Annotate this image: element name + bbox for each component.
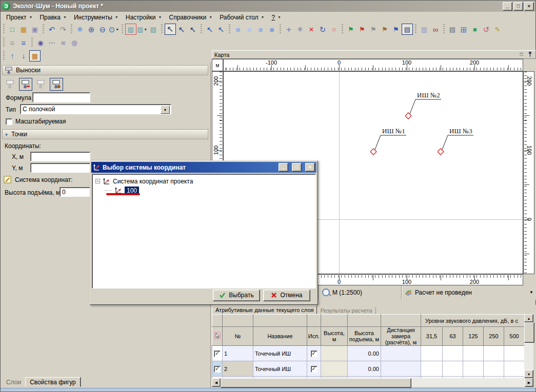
toolbar-grip[interactable]	[443, 24, 445, 34]
used-checkbox-checked[interactable]	[311, 366, 317, 373]
edit-coordinate-system-icon[interactable]	[4, 176, 12, 184]
select-button[interactable]: Выбрать	[213, 290, 260, 301]
row-checkbox-checked[interactable]	[214, 350, 221, 357]
spl-cell[interactable]	[484, 346, 504, 361]
toolbar-grip[interactable]	[122, 24, 123, 34]
callout-remove-icon[interactable]: ⚑	[356, 24, 368, 35]
search-objects-icon[interactable]: ∞	[430, 24, 441, 35]
pointer-add-icon[interactable]: ↖	[176, 24, 187, 35]
callout-props-button[interactable]	[34, 78, 48, 91]
delete-figure-icon[interactable]: ×	[306, 24, 317, 35]
distance-cell[interactable]	[381, 346, 421, 361]
layers-icon[interactable]: ≡	[18, 37, 29, 48]
calc-status-dropdown[interactable]: Расчет не проведен ▼	[402, 285, 536, 299]
noise-area-icon[interactable]: ◎	[69, 37, 80, 48]
num-cell[interactable]: 1	[223, 346, 253, 361]
callout-move-icon[interactable]: ⚑	[390, 24, 402, 35]
select-new-icon[interactable]: ▧	[125, 24, 136, 35]
used-cell[interactable]	[307, 361, 321, 377]
toolbar-grip[interactable]	[280, 24, 281, 34]
grid-settings-icon[interactable]: ⊞	[458, 24, 469, 35]
panel-down-icon[interactable]: ↓	[18, 50, 29, 61]
lift-cell[interactable]: 0.00	[348, 361, 381, 377]
callout-remove-button[interactable]	[19, 78, 32, 91]
combo-dropdown-button[interactable]: ▼	[161, 106, 170, 114]
callouts-section-header[interactable]: Выноски	[2, 65, 208, 75]
spl-cell[interactable]	[421, 361, 443, 377]
col-num[interactable]: №	[223, 327, 253, 346]
pointer-copy-icon[interactable]: ↖	[204, 24, 215, 35]
row-selector-header[interactable]	[212, 327, 223, 346]
layers-new-icon[interactable]: ≡	[7, 37, 18, 48]
menu-workspace[interactable]: Рабочий стол▼	[216, 13, 268, 22]
shape-exclude-icon[interactable]: ■	[266, 24, 277, 35]
col-250[interactable]: 250	[484, 327, 504, 346]
toolbar-grip[interactable]	[229, 24, 230, 34]
spl-cell[interactable]	[484, 361, 504, 377]
col-125[interactable]: 125	[463, 327, 484, 346]
y-input[interactable]	[30, 163, 90, 173]
col-distance[interactable]: Дистанция замера (расчёта), м	[381, 327, 421, 346]
noise-wave-icon[interactable]: ≈	[57, 37, 69, 48]
spl-cell[interactable]	[443, 361, 463, 377]
scalable-checkbox[interactable]	[6, 118, 12, 125]
tab-attribute-data[interactable]: Атрибутивные данные текущего слоя	[212, 305, 317, 314]
lift-height-input[interactable]: 0	[59, 187, 90, 197]
panel-current-icon[interactable]: ▦	[29, 50, 41, 61]
restore-panel-icon[interactable]: □	[518, 52, 525, 58]
toolbar-grip[interactable]	[71, 24, 72, 34]
measure-ruler-icon[interactable]: ▤	[402, 24, 413, 35]
shape-subtract-icon[interactable]: ■	[244, 24, 255, 35]
noise-segment-icon[interactable]: ⋯	[46, 37, 57, 48]
spl-cell[interactable]	[463, 346, 484, 361]
toolbar-grip[interactable]	[342, 24, 343, 34]
distance-cell[interactable]	[381, 361, 421, 377]
num-cell[interactable]: 2	[223, 361, 253, 377]
minimize-button[interactable]: _	[503, 2, 512, 11]
col-used[interactable]: Исп.	[307, 327, 321, 346]
scroll-left-icon[interactable]: ◀	[212, 378, 221, 387]
col-lift[interactable]: Высота подъема, м	[348, 327, 381, 346]
row-select-cell[interactable]	[212, 361, 223, 377]
menu-help[interactable]: ?▼	[268, 13, 285, 22]
dialog-close-button[interactable]: ×	[305, 163, 315, 172]
tree-root-node[interactable]: − Система координат проекта	[95, 177, 193, 185]
type-combobox[interactable]: С полочкой ▼	[20, 104, 171, 114]
pointer-icon[interactable]: ↖	[165, 24, 176, 35]
panel-up-icon[interactable]: ↑	[7, 50, 18, 61]
dialog-minimize-button[interactable]: _	[279, 163, 288, 172]
scroll-up-icon[interactable]: ▲	[524, 314, 533, 322]
redo-icon[interactable]: ↷	[57, 24, 69, 35]
shape-union-icon[interactable]: ■	[232, 24, 244, 35]
x-input[interactable]	[30, 152, 90, 161]
select-apply-icon[interactable]: ▧▼	[136, 24, 148, 35]
callout-color-button[interactable]	[50, 78, 63, 91]
noise-source-point-2[interactable]: ИШ №2	[405, 91, 472, 120]
callout-add-button[interactable]	[4, 78, 17, 91]
tab-calc-results[interactable]: Результаты расчета	[317, 307, 375, 314]
menu-project[interactable]: Проект▼	[3, 13, 36, 22]
dialog-maximize-button[interactable]: □	[292, 163, 302, 172]
pointer-move-icon[interactable]: ↖	[215, 24, 227, 35]
select-pointer-icon[interactable]: ▧	[148, 24, 159, 35]
maximize-button[interactable]: □	[513, 2, 523, 11]
spl-cell[interactable]	[421, 346, 443, 361]
toolbar-grip[interactable]	[161, 24, 163, 34]
copy-attributes-icon[interactable]: ▥	[419, 24, 430, 35]
pan-icon[interactable]: ✱	[74, 24, 86, 35]
menu-references[interactable]: Справочники▼	[166, 13, 216, 22]
scale-status[interactable]: М (1:2500)	[319, 285, 402, 299]
collapse-minus-icon[interactable]: −	[95, 179, 100, 183]
page-settings-icon[interactable]: ✎	[492, 24, 503, 35]
toolbar-grip[interactable]	[3, 24, 5, 34]
tab-layers[interactable]: Слои	[2, 377, 25, 387]
noise-point-icon[interactable]: ◉	[35, 37, 46, 48]
toolbar-grip[interactable]	[201, 24, 202, 34]
close-button[interactable]: ×	[524, 2, 534, 11]
col-31-5[interactable]: 31,5	[421, 327, 443, 346]
save-project-icon[interactable]: ▣	[29, 24, 41, 35]
toolbar-grip[interactable]	[415, 24, 416, 34]
toolbar-grip[interactable]	[31, 37, 33, 48]
row-select-cell[interactable]	[212, 346, 223, 361]
callout-color-icon[interactable]: ⚑	[379, 24, 390, 35]
